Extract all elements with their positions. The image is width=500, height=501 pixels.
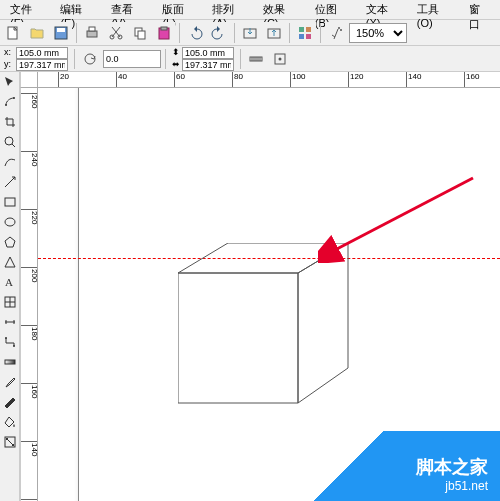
rotation-input[interactable]: [103, 50, 161, 68]
freehand-tool[interactable]: [0, 152, 20, 172]
shape-tool[interactable]: [0, 92, 20, 112]
paste-button[interactable]: [153, 22, 175, 44]
ruler-h-tick: 80: [232, 72, 243, 88]
ruler-v-tick: 160: [21, 383, 38, 398]
fill-tool[interactable]: [0, 412, 20, 432]
basic-shapes-tool[interactable]: [0, 252, 20, 272]
menu-window[interactable]: 窗口: [461, 0, 498, 19]
menu-edit[interactable]: 编辑(E): [52, 0, 103, 19]
cube-drawing[interactable]: [178, 243, 358, 413]
snap-button[interactable]: [269, 48, 291, 70]
ruler-v-tick: 180: [21, 325, 38, 340]
size-h[interactable]: [182, 59, 234, 71]
menubar: 文件(F) 编辑(E) 查看(V) 版面(L) 排列(A) 效果(C) 位图(B…: [0, 0, 500, 20]
crop-tool[interactable]: [0, 112, 20, 132]
svg-text:A: A: [5, 276, 13, 288]
ruler-h-tick: 20: [58, 72, 69, 88]
rectangle-tool[interactable]: [0, 192, 20, 212]
interactive-tool[interactable]: [0, 352, 20, 372]
print-button[interactable]: [81, 22, 103, 44]
save-button[interactable]: [50, 22, 72, 44]
menu-bitmap[interactable]: 位图(B): [307, 0, 358, 19]
smart-drawing-tool[interactable]: [0, 172, 20, 192]
menu-layout[interactable]: 版面(L): [154, 0, 204, 19]
svg-rect-14: [306, 27, 311, 32]
cut-button[interactable]: [105, 22, 127, 44]
coords-display: x: y:: [2, 47, 70, 71]
watermark-cn: 脚本之家: [416, 455, 488, 479]
svg-point-31: [13, 345, 15, 347]
ruler-v-tick: 260: [21, 93, 38, 108]
eyedropper-tool[interactable]: [0, 372, 20, 392]
svg-rect-34: [6, 438, 8, 440]
copy-button[interactable]: [129, 22, 151, 44]
y-label: y:: [4, 59, 14, 70]
property-bar: x: y: ⬍ ⬌: [0, 46, 500, 72]
svg-rect-32: [5, 360, 15, 364]
menu-view[interactable]: 查看(V): [103, 0, 154, 19]
size-w[interactable]: [182, 47, 234, 59]
redo-button[interactable]: [208, 22, 230, 44]
svg-rect-4: [89, 27, 95, 31]
y-value[interactable]: [16, 59, 68, 71]
connector-tool[interactable]: [0, 332, 20, 352]
rotate-icon: [79, 48, 101, 70]
ruler-h-tick: 100: [290, 72, 305, 88]
watermark: 脚本之家 jb51.net: [260, 431, 500, 501]
export-button[interactable]: [263, 22, 285, 44]
menu-effects[interactable]: 效果(C): [255, 0, 307, 19]
toolbox: A: [0, 72, 20, 501]
outline-tool[interactable]: [0, 392, 20, 412]
svg-marker-36: [178, 273, 298, 403]
svg-rect-26: [5, 198, 15, 206]
menu-file[interactable]: 文件(F): [2, 0, 52, 19]
size-display: ⬍ ⬌: [170, 47, 236, 71]
menu-arrange[interactable]: 排列(A): [204, 0, 255, 19]
svg-point-23: [5, 104, 7, 106]
zoom-tool[interactable]: [0, 132, 20, 152]
table-tool[interactable]: [0, 292, 20, 312]
zoom-select[interactable]: 150%: [349, 23, 407, 43]
svg-point-30: [5, 337, 7, 339]
svg-rect-15: [299, 34, 304, 39]
undo-button[interactable]: [184, 22, 206, 44]
units-button[interactable]: [245, 48, 267, 70]
app-launcher-button[interactable]: [294, 22, 316, 44]
new-button[interactable]: [2, 22, 24, 44]
ellipse-tool[interactable]: [0, 212, 20, 232]
svg-point-25: [5, 137, 13, 145]
x-label: x:: [4, 47, 14, 58]
import-button[interactable]: [239, 22, 261, 44]
interactive-fill-tool[interactable]: [0, 432, 20, 452]
ruler-h-tick: 160: [464, 72, 479, 88]
watermark-en: jb51.net: [445, 479, 488, 493]
svg-point-22: [279, 57, 282, 60]
menu-text[interactable]: 文本(X): [358, 0, 409, 19]
svg-point-17: [338, 27, 340, 29]
polygon-tool[interactable]: [0, 232, 20, 252]
svg-rect-8: [138, 31, 145, 39]
text-tool[interactable]: A: [0, 272, 20, 292]
svg-line-39: [333, 178, 473, 251]
svg-rect-35: [12, 444, 14, 446]
dimension-tool[interactable]: [0, 312, 20, 332]
svg-rect-13: [299, 27, 304, 32]
svg-rect-10: [161, 27, 167, 30]
ruler-vertical[interactable]: 260 240 220 200 180 160 140 120: [20, 88, 38, 501]
ruler-corner[interactable]: [20, 72, 38, 88]
spray-button[interactable]: [325, 22, 347, 44]
ruler-h-tick: 40: [116, 72, 127, 88]
svg-point-27: [5, 218, 15, 226]
ruler-h-tick: 120: [348, 72, 363, 88]
menu-tools[interactable]: 工具(O): [409, 0, 461, 19]
ruler-v-tick: 220: [21, 209, 38, 224]
svg-rect-3: [87, 31, 97, 37]
open-button[interactable]: [26, 22, 48, 44]
ruler-h-tick: 140: [406, 72, 421, 88]
ruler-horizontal[interactable]: 20 40 60 80 100 120 140 160: [38, 72, 500, 88]
ruler-v-tick: 140: [21, 441, 38, 456]
pick-tool[interactable]: [0, 72, 20, 92]
svg-marker-38: [298, 243, 348, 403]
size-h-icon: ⬌: [172, 59, 180, 70]
x-value[interactable]: [16, 47, 68, 59]
